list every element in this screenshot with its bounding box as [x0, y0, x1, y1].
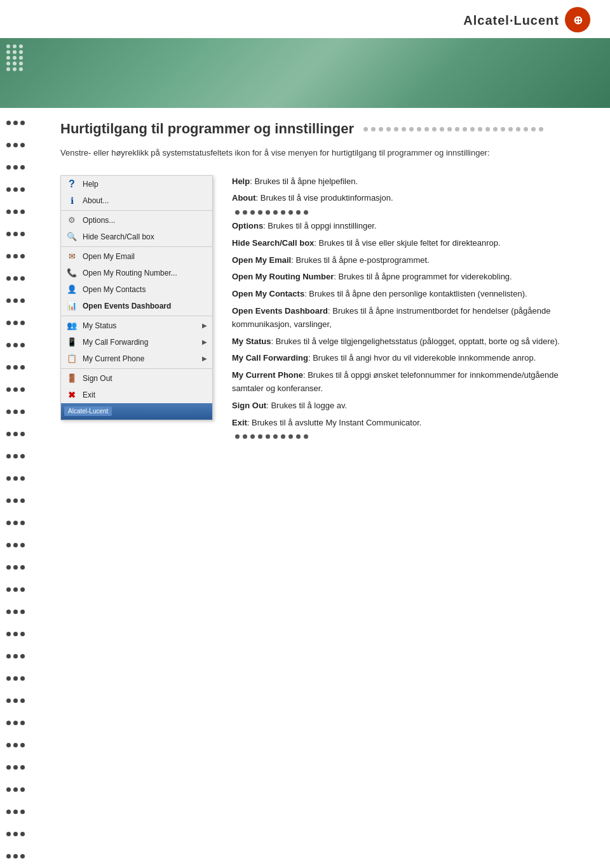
menu-label-mystatus: My Status [83, 321, 197, 330]
desc-term-routing: Open My Routing Number [232, 272, 334, 281]
menu-item-options[interactable]: ⚙ Options... [61, 212, 212, 229]
options-icon: ⚙ [66, 215, 78, 226]
menu-item-contacts[interactable]: 👤 Open My Contacts [61, 281, 212, 298]
dashboard-icon: 📊 [66, 300, 78, 312]
desc-options: Options: Brukes til å oppgi innstillinge… [232, 220, 591, 233]
exit-icon: ✖ [66, 389, 78, 401]
currentphone-icon: 📋 [66, 353, 78, 364]
desc-term-mystatus: My Status [232, 337, 271, 346]
desc-term-contacts: Open My Contacts [232, 289, 304, 298]
about-icon: ℹ [66, 195, 78, 206]
desc-text-exit: : Brukes til å avslutte My Instant Commu… [247, 418, 422, 427]
desc-about: About: Brukes til å vise produktinformas… [232, 192, 591, 205]
desc-text-contacts: : Brukes til å åpne den personlige konta… [304, 289, 527, 298]
menu-label-dashboard: Open Events Dashboard [83, 302, 207, 310]
menu-item-signout[interactable]: 🚪 Sign Out [61, 370, 212, 387]
desc-text-email: : Brukes til å åpne e-postprogrammet. [291, 255, 430, 265]
desc-term-help: Help [232, 177, 250, 186]
search-icon: 🔍 [66, 231, 78, 243]
menu-label-help: Help [83, 180, 207, 189]
banner-dots [6, 44, 23, 73]
menu-item-mystatus[interactable]: 👥 My Status ▶ [61, 317, 212, 334]
menu-item-callforward[interactable]: 📱 My Call Forwarding ▶ [61, 334, 212, 351]
menu-label-routing: Open My Routing Number... [83, 269, 207, 277]
menu-label-about: About... [83, 196, 207, 205]
desc-term-signout: Sign Out [232, 401, 266, 410]
menu-label-hidesearch: Hide Search/Call box [83, 232, 207, 241]
dots-separator-1 [232, 210, 591, 215]
menu-label-exit: Exit [83, 391, 207, 399]
desc-text-hidesearch: : Brukes til å vise eller skjule feltet … [314, 238, 500, 248]
menu-item-routing[interactable]: 📞 Open My Routing Number... [61, 265, 212, 281]
desc-help: Help: Brukes til å åpne hjelpefilen. [232, 175, 591, 189]
signout-icon: 🚪 [66, 373, 78, 384]
descriptions-column: Help: Brukes til å åpne hjelpefilen. Abo… [232, 175, 591, 444]
main-content: Hurtigtilgang til programmer og innstill… [0, 108, 610, 868]
desc-dashboard: Open Events Dashboard: Brukes til å åpne… [232, 305, 591, 331]
dots-separator-2 [232, 434, 591, 439]
arrow-callforward: ▶ [202, 338, 207, 345]
desc-text-callforward: : Brukes til å angi hvor du vil videreko… [308, 353, 536, 363]
desc-text-mystatus: : Brukes til å velge tilgjengelighetssta… [271, 337, 560, 346]
menu-taskbar: Alcatel-Lucent [61, 403, 212, 420]
arrow-currentphone: ▶ [202, 355, 207, 362]
menu-item-about[interactable]: ℹ About... [61, 192, 212, 209]
menu-label-options: Options... [83, 216, 207, 225]
banner [0, 38, 610, 108]
menu-label-signout: Sign Out [83, 374, 207, 383]
page-title: Hurtigtilgang til programmer og innstill… [60, 121, 354, 137]
menu-item-currentphone[interactable]: 📋 My Current Phone ▶ [61, 351, 212, 367]
svg-text:⊕: ⊕ [573, 14, 583, 27]
page-body: Hurtigtilgang til programmer og innstill… [54, 108, 610, 868]
menu-screenshot: ? Help ℹ About... ⚙ Options... 🔍 Hide S [60, 175, 213, 420]
callforward-icon: 📱 [66, 337, 78, 348]
desc-hidesearch: Hide Search/Call box: Brukes til å vise … [232, 237, 591, 250]
menu-label-contacts: Open My Contacts [83, 285, 207, 294]
desc-term-currentphone: My Current Phone [232, 370, 303, 380]
two-col-layout: ? Help ℹ About... ⚙ Options... 🔍 Hide S [60, 175, 591, 444]
title-dots [363, 127, 591, 131]
desc-term-exit: Exit [232, 418, 247, 427]
separator-2 [61, 246, 212, 247]
desc-signout: Sign Out: Brukes til å logge av. [232, 399, 591, 413]
logo-icon: ⊕ [564, 6, 591, 35]
menu-label-currentphone: My Current Phone [83, 354, 197, 363]
email-icon: ✉ [66, 251, 78, 262]
subtitle: Venstre- eller høyreklikk på systemstatu… [60, 147, 591, 159]
desc-text-signout: : Brukes til å logge av. [266, 401, 347, 410]
routing-icon: 📞 [66, 267, 78, 279]
desc-contacts: Open My Contacts: Brukes til å åpne den … [232, 288, 591, 301]
desc-mystatus: My Status: Brukes til å velge tilgjengel… [232, 335, 591, 349]
desc-routing: Open My Routing Number: Brukes til å åpn… [232, 270, 591, 284]
menu-label-email: Open My Email [83, 252, 207, 261]
desc-text-help: : Brukes til å åpne hjelpefilen. [250, 177, 358, 186]
menu-item-exit[interactable]: ✖ Exit [61, 387, 212, 403]
arrow-mystatus: ▶ [202, 322, 207, 329]
logo-area: Alcatel·Lucent ⊕ [0, 0, 610, 38]
dot-group [0, 121, 54, 868]
desc-currentphone: My Current Phone: Brukes til å oppgi øns… [232, 369, 591, 396]
desc-text-routing: : Brukes til å åpne programmet for vider… [334, 272, 512, 281]
desc-term-options: Options [232, 221, 263, 230]
page-title-section: Hurtigtilgang til programmer og innstill… [60, 121, 591, 137]
contacts-icon: 👤 [66, 284, 78, 295]
desc-term-hidesearch: Hide Search/Call box [232, 238, 314, 248]
separator-1 [61, 210, 212, 211]
desc-term-about: About [232, 193, 256, 203]
menu-item-help[interactable]: ? Help [61, 176, 212, 192]
desc-text-about: : Brukes til å vise produktinformasjon. [256, 193, 393, 203]
help-icon: ? [66, 178, 78, 190]
desc-exit: Exit: Brukes til å avslutte My Instant C… [232, 417, 591, 430]
mystatus-icon: 👥 [66, 320, 78, 331]
desc-term-callforward: My Call Forwarding [232, 353, 308, 363]
desc-term-dashboard: Open Events Dashboard [232, 306, 328, 316]
menu-item-email[interactable]: ✉ Open My Email [61, 248, 212, 265]
desc-term-email: Open My Email [232, 255, 291, 265]
menu-item-hidesearch[interactable]: 🔍 Hide Search/Call box [61, 229, 212, 245]
separator-4 [61, 368, 212, 369]
menu-item-dashboard[interactable]: 📊 Open Events Dashboard [61, 298, 212, 314]
desc-callforward: My Call Forwarding: Brukes til å angi hv… [232, 352, 591, 365]
logo-text: Alcatel·Lucent [463, 13, 559, 28]
separator-3 [61, 316, 212, 316]
taskbar-item: Alcatel-Lucent [64, 406, 112, 416]
